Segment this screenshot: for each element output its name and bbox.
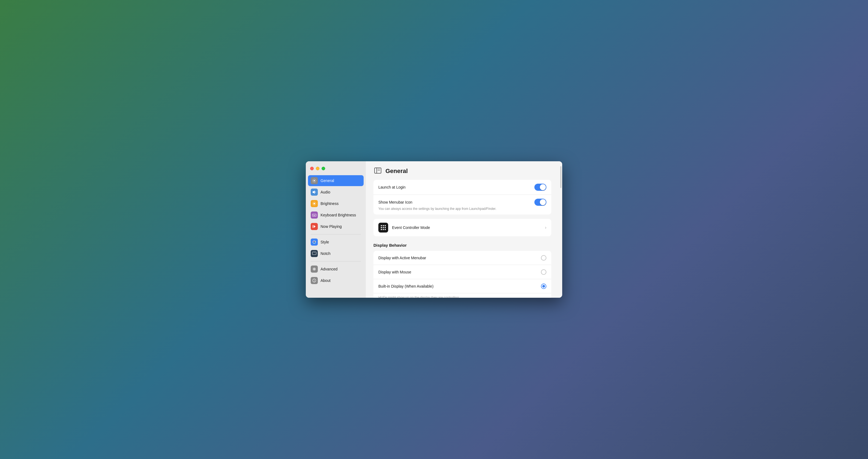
launch-at-login-label: Launch at Login: [378, 185, 534, 189]
svg-point-11: [315, 241, 316, 242]
svg-marker-1: [313, 190, 315, 194]
scrollbar-thumb[interactable]: [560, 166, 561, 188]
sidebar-item-audio-label: Audio: [320, 190, 330, 194]
sidebar-item-now-playing[interactable]: Now Playing: [308, 221, 364, 232]
svg-rect-30: [384, 229, 386, 230]
svg-rect-24: [384, 225, 386, 226]
keyboard-brightness-icon: [311, 212, 318, 219]
show-menubar-icon-toggle[interactable]: [534, 198, 547, 206]
section-display-behavior: Display with Active Menubar Display with…: [373, 251, 551, 298]
sidebar-item-notch[interactable]: Notch: [308, 248, 364, 259]
toggle-thumb-2: [540, 199, 546, 205]
setting-row-builtin-display[interactable]: Built-in Display (When Available): [373, 279, 551, 293]
section-login-menubar: Launch at Login Show Menubar Icon: [373, 180, 551, 214]
main-content-area: General Launch at Login: [366, 161, 559, 298]
toggle-thumb: [540, 184, 546, 190]
show-menubar-icon-label: Show Menubar Icon: [378, 200, 534, 205]
launch-at-login-toggle[interactable]: [534, 184, 547, 191]
audio-icon: [311, 189, 318, 196]
svg-rect-4: [313, 215, 313, 215]
svg-rect-7: [313, 216, 315, 216]
builtin-display-content: Built-in Display (When Available): [378, 284, 541, 288]
sidebar-item-notch-label: Notch: [320, 251, 331, 256]
active-menubar-radio[interactable]: [541, 255, 547, 261]
sidebar-item-about[interactable]: i About: [308, 275, 364, 286]
sidebar-item-style-label: Style: [320, 240, 329, 244]
svg-rect-28: [381, 229, 382, 230]
show-menubar-icon-description: You can always access the settings by la…: [378, 207, 547, 211]
main-header: General: [366, 161, 559, 180]
notch-icon: [311, 250, 318, 257]
main-window: General Audio Brightness: [306, 161, 562, 298]
sidebar-divider-2: [311, 261, 361, 262]
builtin-display-radio[interactable]: [541, 283, 547, 289]
svg-rect-8: [313, 225, 313, 228]
active-menubar-label: Display with Active Menubar: [378, 256, 541, 260]
sidebar-item-advanced[interactable]: Advanced: [308, 264, 364, 275]
display-mouse-label: Display with Mouse: [378, 270, 541, 274]
event-controller-label: Event Controller Mode: [392, 225, 541, 230]
sidebar-item-audio[interactable]: Audio: [308, 187, 364, 197]
builtin-display-label: Built-in Display (When Available): [378, 284, 541, 288]
svg-point-2: [313, 203, 315, 205]
svg-rect-27: [384, 227, 386, 228]
sidebar-item-brightness-label: Brightness: [320, 202, 339, 206]
show-menubar-icon-content: Show Menubar Icon: [378, 200, 534, 205]
scrollbar-track[interactable]: [559, 161, 562, 298]
sidebar: General Audio Brightness: [306, 161, 366, 298]
display-behavior-note: HUDs might show up on the display they a…: [373, 293, 551, 298]
svg-point-12: [314, 243, 315, 243]
sidebar-item-keyboard-brightness-label: Keyboard Brightness: [320, 213, 356, 217]
minimize-button[interactable]: [316, 167, 319, 170]
svg-rect-21: [377, 170, 380, 171]
svg-rect-6: [315, 215, 315, 215]
sidebar-item-now-playing-label: Now Playing: [320, 224, 342, 229]
general-icon: [311, 177, 318, 184]
advanced-icon: [311, 266, 318, 273]
maximize-button[interactable]: [321, 167, 325, 170]
sidebar-item-keyboard-brightness[interactable]: Keyboard Brightness: [308, 210, 364, 220]
svg-rect-20: [377, 169, 380, 170]
svg-rect-3: [312, 214, 316, 216]
svg-rect-25: [381, 227, 382, 228]
sidebar-item-general-label: General: [320, 179, 334, 183]
setting-row-launch-at-login: Launch at Login: [373, 180, 551, 195]
chevron-right-icon: ›: [545, 225, 547, 230]
page-title: General: [385, 167, 408, 175]
display-mouse-content: Display with Mouse: [378, 270, 541, 274]
setting-row-show-menubar-icon: Show Menubar Icon You can always access …: [373, 195, 551, 214]
traffic-lights: [308, 166, 364, 175]
active-menubar-content: Display with Active Menubar: [378, 256, 541, 260]
event-controller-content: Event Controller Mode: [392, 225, 541, 230]
svg-point-14: [314, 269, 315, 270]
settings-content: Launch at Login Show Menubar Icon: [366, 180, 559, 298]
svg-rect-22: [381, 225, 382, 226]
svg-point-10: [313, 241, 314, 242]
svg-point-0: [314, 180, 315, 181]
display-mouse-radio[interactable]: [541, 269, 547, 275]
brightness-icon: [311, 200, 318, 207]
launch-at-login-content: Launch at Login: [378, 185, 534, 189]
sidebar-item-style[interactable]: Style: [308, 237, 364, 247]
sidebar-item-advanced-label: Advanced: [320, 267, 337, 271]
header-icon: [373, 167, 382, 176]
now-playing-icon: [311, 223, 318, 230]
event-controller-icon: [378, 223, 388, 233]
about-icon: i: [311, 277, 318, 284]
sidebar-item-general[interactable]: General: [308, 175, 364, 186]
event-controller-row[interactable]: Event Controller Mode ›: [373, 219, 551, 236]
sidebar-item-about-label: About: [320, 278, 331, 283]
svg-rect-5: [314, 215, 314, 215]
sidebar-divider-1: [311, 234, 361, 235]
menubar-icon-row-inner: Show Menubar Icon: [378, 198, 547, 206]
svg-rect-29: [383, 229, 384, 230]
svg-rect-23: [383, 225, 384, 226]
svg-rect-26: [383, 227, 384, 228]
display-behavior-title: Display Behavior: [373, 241, 551, 251]
close-button[interactable]: [310, 167, 314, 170]
setting-row-display-mouse[interactable]: Display with Mouse: [373, 265, 551, 279]
style-icon: [311, 239, 318, 246]
section-event-controller: Event Controller Mode ›: [373, 219, 551, 236]
setting-row-active-menubar[interactable]: Display with Active Menubar: [373, 251, 551, 265]
sidebar-item-brightness[interactable]: Brightness: [308, 198, 364, 209]
